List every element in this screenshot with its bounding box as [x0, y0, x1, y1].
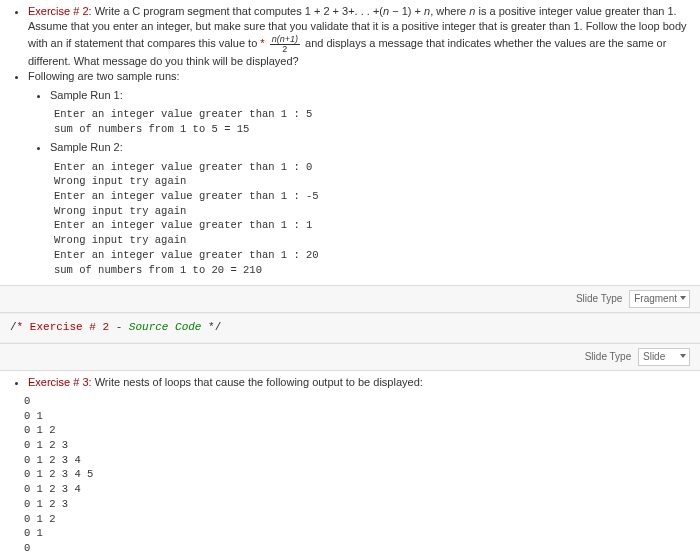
ex3-item: Exercise # 3: Write nests of loops that …	[28, 375, 690, 390]
ex3-output: 0 0 1 0 1 2 0 1 2 3 0 1 2 3 4 0 1 2 3 4 …	[24, 394, 690, 556]
exercise-3-block: Exercise # 3: Write nests of loops that …	[0, 371, 700, 560]
ex2-text-2: − 1) +	[389, 5, 424, 17]
ex3-text: Write nests of loops that cause the foll…	[95, 376, 423, 388]
ex2-text-3: , where	[430, 5, 469, 17]
sample-runs-header: Following are two sample runs:	[28, 70, 180, 82]
slide-type-select-slide[interactable]: Slide	[638, 348, 690, 366]
ex2-star: *	[260, 37, 264, 49]
code-comment-start: /	[10, 321, 17, 333]
slide-type-label: Slide Type	[576, 293, 623, 304]
sample-runs-item: Following are two sample runs: Sample Ru…	[28, 69, 690, 277]
slide-type-select-fragment[interactable]: Fragment	[629, 290, 690, 308]
code-source: Source Code	[129, 321, 202, 333]
ex2-item: Exercise # 2: Write a C program segment …	[28, 4, 690, 69]
code-star: *	[17, 321, 24, 333]
sample-run-1-output: Enter an integer value greater than 1 : …	[54, 107, 690, 136]
code-end: */	[201, 321, 221, 333]
code-cell[interactable]: /* Exercise # 2 - Source Code */	[0, 313, 700, 342]
ex2-label: Exercise # 2:	[28, 5, 92, 17]
slide-type-bar-2: Slide Type Slide	[0, 343, 700, 371]
slide-type-label-2: Slide Type	[585, 351, 632, 362]
sample-run-2-label: Sample Run 2:	[50, 140, 690, 155]
ex2-text-1: Write a C program segment that computes …	[95, 5, 383, 17]
sample-run-2-output: Enter an integer value greater than 1 : …	[54, 160, 690, 278]
slide-type-bar-1: Slide Type Fragment	[0, 285, 700, 313]
fraction-den: 2	[270, 45, 300, 54]
exercise-2-block: Exercise # 2: Write a C program segment …	[0, 0, 700, 285]
ex3-label: Exercise # 3:	[28, 376, 92, 388]
fraction: n(n+1) 2	[270, 35, 300, 54]
code-ex-label: Exercise # 2	[30, 321, 109, 333]
code-sep: -	[109, 321, 129, 333]
sample-run-1-label: Sample Run 1:	[50, 88, 690, 103]
